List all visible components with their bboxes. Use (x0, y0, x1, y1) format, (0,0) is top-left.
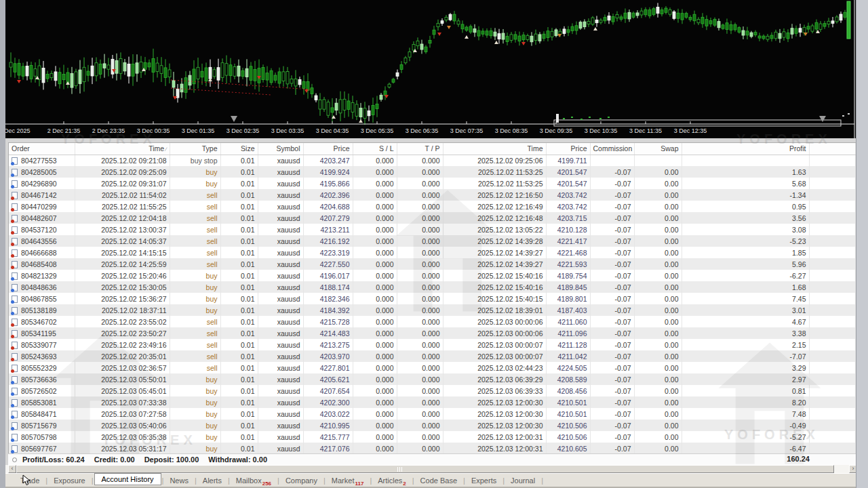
table-row[interactable]: 8056977672025.12.03 05:31:17buy0.01xauus… (9, 443, 855, 454)
cell-sl: 0.000 (353, 396, 397, 408)
column-header-price[interactable]: Price (303, 143, 353, 155)
table-row[interactable]: 8048213292025.12.02 15:20:46buy0.01xauus… (9, 270, 855, 281)
cell-profit: 5.68 (682, 178, 809, 189)
scrollbar-thumb[interactable] (16, 465, 834, 473)
cell-open-price: 4202.396 (303, 189, 353, 201)
table-row[interactable]: 8048486362025.12.02 15:30:05buy0.01xauus… (9, 281, 855, 293)
scroll-left-button[interactable]: ‹ (8, 465, 16, 473)
tab-account-history[interactable]: Account History (94, 473, 161, 485)
column-header-type[interactable]: Type (170, 143, 220, 155)
table-row[interactable]: 8042968902025.12.02 09:31:07buy0.01xauus… (9, 178, 855, 189)
price-chart[interactable]: Dec 20252 Dec 21:352 Dec 23:353 Dec 00:3… (0, 0, 868, 138)
cell-profit: 2.15 (682, 339, 809, 350)
cell-symbol: xauusd (258, 270, 303, 281)
cell-tp: 0.000 (397, 327, 443, 339)
tab-badge: 2 (403, 481, 406, 487)
cell-sl: 0.000 (353, 212, 397, 224)
cell-close-time: 2025.12.02 12:16:48 (443, 212, 546, 224)
column-header-size[interactable]: Size (220, 143, 258, 155)
tab-journal[interactable]: Journal (505, 476, 540, 485)
table-row[interactable]: 8045371202025.12.02 13:00:37sell0.01xauu… (9, 224, 855, 235)
table-row[interactable]: 8044702992025.12.02 11:55:25sell0.01xauu… (9, 201, 855, 212)
tab-alerts[interactable]: Alerts (197, 476, 227, 485)
cell-tp: 0.000 (397, 281, 443, 293)
column-header-time[interactable]: Time∕ (75, 143, 170, 155)
cell-close-price: 4203.742 (546, 189, 590, 201)
buy-order-icon (12, 445, 18, 453)
cell-commission: -0.07 (590, 385, 634, 396)
cell-close-price: 4210.128 (546, 224, 590, 235)
cell-size: 0.01 (220, 350, 258, 362)
tab-code-base[interactable]: Code Base (415, 476, 462, 485)
table-row[interactable]: 8048678552025.12.02 15:36:27buy0.01xauus… (9, 293, 855, 304)
column-header-s-l[interactable]: S / L (353, 143, 397, 155)
cell-type: sell (170, 350, 220, 362)
cell-swap: 0.00 (634, 396, 682, 408)
cell-commission: -0.07 (590, 189, 634, 201)
cell-type: sell (170, 258, 220, 270)
table-row[interactable]: 8042850052025.12.02 09:25:09buy0.01xauus… (9, 166, 855, 178)
tab-trade[interactable]: Trade (15, 476, 45, 485)
table-row[interactable]: 8044671422025.12.02 11:54:02sell0.01xauu… (9, 189, 855, 201)
tab-experts[interactable]: Experts (466, 476, 502, 485)
column-header-time[interactable]: Time (443, 143, 546, 155)
table-row[interactable]: 8058530812025.12.03 07:33:38buy0.01xauus… (9, 396, 855, 408)
cell-tp: 0.000 (397, 212, 443, 224)
cell-close-price: 4221.468 (546, 247, 590, 258)
cell-commission: -0.07 (590, 443, 634, 454)
cell-profit: 1.68 (682, 281, 809, 293)
table-row[interactable]: 8057057982025.12.03 05:35:38buy0.01xauus… (9, 431, 855, 443)
table-row[interactable]: 8057156792025.12.03 05:40:06buy0.01xauus… (9, 420, 855, 431)
cell-open-time: 2025.12.02 14:25:59 (75, 258, 170, 270)
cell-close-time: 2025.12.03 00:00:07 (443, 339, 546, 350)
column-header-commission[interactable]: Commission (590, 143, 634, 155)
tab-mailbox[interactable]: Mailbox256 (231, 476, 277, 485)
cell-tp: 0.000 (397, 316, 443, 327)
tab-articles[interactable]: Articles2 (372, 476, 412, 485)
column-header-symbol[interactable]: Symbol (258, 143, 303, 155)
cell-size: 0.01 (220, 443, 258, 454)
table-row[interactable]: 8052436932025.12.02 20:35:01sell0.01xauu… (9, 350, 855, 362)
cell-open-price: 4227.801 (303, 362, 353, 373)
table-row[interactable]: 8044826072025.12.02 12:04:18sell0.01xauu… (9, 212, 855, 224)
cell-tp: 0.000 (397, 247, 443, 258)
column-header-t-p[interactable]: T / P (397, 143, 443, 155)
table-row[interactable]: 8046854082025.12.02 14:25:59sell0.01xauu… (9, 258, 855, 270)
column-header-price[interactable]: Price (546, 143, 590, 155)
table-row[interactable]: 8046435562025.12.02 14:05:37sell0.01xauu… (9, 235, 855, 247)
cell-close-price: 4203.715 (546, 212, 590, 224)
column-header-profit[interactable]: Profit (682, 143, 809, 155)
cell-sl: 0.000 (353, 431, 397, 443)
column-header-order[interactable]: Order (9, 143, 75, 155)
tab-market[interactable]: Market117 (326, 476, 370, 485)
table-row[interactable]: 8053411952025.12.02 23:50:27sell0.01xauu… (9, 327, 855, 339)
table-row[interactable]: 8053467022025.12.02 23:55:02sell0.01xauu… (9, 316, 855, 327)
cell-commission: -0.07 (590, 293, 634, 304)
tab-exposure[interactable]: Exposure (48, 476, 90, 485)
cell-sl: 0.000 (353, 362, 397, 373)
cell-profit: 0.81 (682, 385, 809, 396)
tab-news[interactable]: News (164, 476, 194, 485)
column-header-blank[interactable] (809, 143, 855, 155)
cell-symbol: xauusd (258, 166, 303, 178)
table-horizontal-scrollbar[interactable]: ‹ › (5, 465, 856, 473)
cell-open-price: 4214.483 (303, 327, 353, 339)
table-row[interactable]: 8058484712025.12.03 07:27:58buy0.01xauus… (9, 408, 855, 420)
column-header-swap[interactable]: Swap (634, 143, 682, 155)
summary-credit: Credit: 0.00 (94, 455, 135, 464)
cell-tp: 0.000 (397, 224, 443, 235)
table-row[interactable]: 8055523292025.12.03 02:36:57sell0.01xauu… (9, 362, 855, 373)
table-row[interactable]: 8046666882025.12.02 14:15:15sell0.01xauu… (9, 247, 855, 258)
table-row[interactable]: 8053390772025.12.02 23:49:16sell0.01xauu… (9, 339, 855, 350)
cell-close-time: 2025.12.02 12:16:50 (443, 189, 546, 201)
table-row[interactable]: 8042775532025.12.02 09:21:08buy stop0.01… (9, 155, 855, 166)
cell-tp: 0.000 (397, 258, 443, 270)
table-row[interactable]: 8057366362025.12.03 05:50:01buy0.01xauus… (9, 373, 855, 385)
tab-divider: | (370, 476, 372, 485)
cell-tp: 0.000 (397, 408, 443, 420)
sell-order-icon (12, 238, 18, 245)
table-row[interactable]: 8057265022025.12.03 05:45:01buy0.01xauus… (9, 385, 855, 396)
table-row[interactable]: 8051381892025.12.02 18:37:11buy0.01xauus… (9, 304, 855, 316)
cell-commission: -0.07 (590, 339, 634, 350)
tab-company[interactable]: Company (280, 476, 323, 485)
